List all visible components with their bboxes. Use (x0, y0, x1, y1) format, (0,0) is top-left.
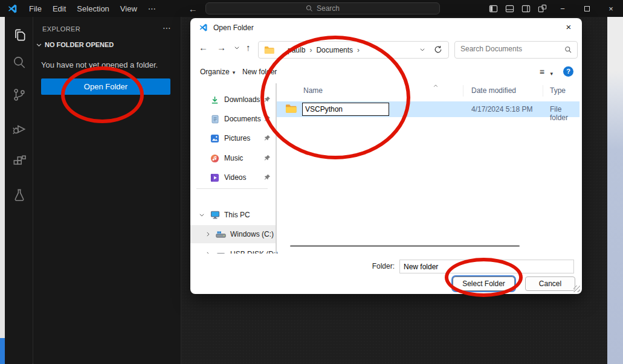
nav-divider (196, 188, 268, 189)
organize-label: Organize (200, 68, 230, 76)
windows-drive-icon (216, 231, 226, 238)
menu-selection[interactable]: Selection (71, 4, 114, 13)
up-button[interactable]: ↑ (246, 42, 251, 53)
history-back-button[interactable]: ← (183, 4, 203, 14)
address-dropdown-icon[interactable] (419, 46, 425, 53)
search-icon (306, 5, 313, 12)
nav-label: Windows (C:) (230, 230, 274, 238)
menu-more[interactable]: ⋯ (143, 4, 161, 13)
resize-grip[interactable] (573, 286, 580, 292)
search-documents-input[interactable] (460, 45, 560, 53)
file-type: File folder (550, 105, 579, 122)
recent-locations-dropdown[interactable] (234, 45, 240, 51)
search-label: Search (317, 4, 340, 13)
dialog-title: Open Folder (213, 24, 254, 32)
column-header-type[interactable]: Type (550, 86, 566, 95)
nav-label: Pictures (224, 134, 250, 142)
nav-label: Downloads (224, 95, 260, 104)
section-label: NO FOLDER OPENED (45, 41, 114, 48)
dialog-titlebar: Open Folder × (190, 18, 582, 37)
run-debug-icon[interactable] (11, 121, 27, 137)
explorer-more-actions[interactable]: ⋯ (163, 23, 171, 33)
pin-icon (264, 135, 271, 141)
chevron-right-icon[interactable] (205, 231, 211, 237)
pin-icon (264, 155, 271, 161)
horizontal-scrollbar[interactable] (290, 245, 520, 247)
view-mode-dropdown-icon[interactable]: ▾ (547, 69, 553, 77)
videos-icon (210, 173, 220, 182)
help-icon[interactable]: ? (563, 66, 573, 77)
vscode-titlebar: File Edit Selection View ⋯ ← → Search − … (0, 0, 623, 17)
chevron-down-icon: ▾ (233, 69, 236, 75)
minimize-button[interactable]: − (550, 4, 575, 13)
nav-label: Music (224, 154, 243, 162)
background-window-blue-corner (0, 338, 5, 364)
nav-item-usb-disk-d[interactable]: USB DISK (D:) (190, 245, 276, 254)
nav-item-windows-c[interactable]: Windows (C:) (190, 225, 276, 243)
menu-edit[interactable]: Edit (47, 4, 71, 13)
background-window-right-edge (607, 17, 623, 364)
search-icon (564, 46, 572, 54)
organize-menu[interactable]: Organize▾ (200, 68, 235, 76)
annotation-ellipse-select-folder (445, 258, 523, 297)
dialog-close-button[interactable]: × (555, 18, 582, 36)
chevron-down-icon[interactable] (199, 212, 205, 218)
annotation-ellipse-file-area (260, 36, 410, 159)
downloads-icon (210, 95, 220, 104)
testing-icon[interactable] (11, 187, 27, 203)
extensions-icon[interactable] (11, 153, 27, 169)
section-no-folder-opened[interactable]: NO FOLDER OPENED (36, 41, 114, 48)
toggle-sidebar-icon[interactable] (485, 4, 502, 13)
toggle-panel-icon[interactable] (502, 4, 518, 13)
documents-icon (210, 115, 220, 124)
maximize-icon (584, 6, 590, 11)
view-mode-icon[interactable]: ≡ (540, 67, 544, 77)
menu-view[interactable]: View (115, 4, 143, 13)
column-header-date-modified[interactable]: Date modified (471, 86, 516, 95)
source-control-icon[interactable] (11, 87, 27, 103)
folder-field-label: Folder: (346, 262, 395, 270)
sort-ascending-icon (433, 83, 439, 89)
close-window-button[interactable]: × (599, 4, 623, 13)
customize-layout-icon[interactable] (534, 4, 550, 13)
toggle-secondary-sidebar-icon[interactable] (518, 4, 534, 13)
column-separator[interactable] (543, 85, 543, 97)
explorer-icon[interactable] (11, 27, 27, 43)
annotation-ellipse-open-folder (61, 66, 144, 123)
column-separator[interactable] (463, 85, 463, 97)
file-date-modified: 4/17/2024 5:18 PM (471, 105, 532, 113)
nav-item-this-pc[interactable]: This PC (190, 206, 276, 224)
pin-icon (264, 174, 271, 180)
maximize-button[interactable] (575, 4, 599, 13)
nav-label: Videos (224, 173, 246, 182)
screenshot-root: File Edit Selection View ⋯ ← → Search − … (0, 0, 623, 364)
folder-icon (264, 46, 274, 54)
back-button[interactable]: ← (199, 42, 208, 53)
command-center-search[interactable]: Search (205, 2, 440, 14)
dialog-search-box[interactable] (454, 41, 578, 59)
background-window-left-edge (0, 14, 5, 364)
activity-bar (5, 17, 33, 364)
vscode-logo-icon (199, 23, 208, 32)
pictures-icon (210, 134, 220, 143)
search-icon[interactable] (11, 54, 27, 70)
nav-label: Documents (224, 115, 261, 123)
forward-button[interactable]: → (217, 42, 226, 53)
cancel-button[interactable]: Cancel (525, 276, 575, 291)
dialog-footer: Folder: Select Folder Cancel (190, 254, 582, 294)
music-icon (210, 154, 220, 163)
nav-item-pictures[interactable]: Pictures (190, 129, 276, 147)
window-controls: − × (485, 0, 623, 17)
menu-file[interactable]: File (24, 4, 47, 13)
nav-item-music[interactable]: Music (190, 149, 276, 167)
vscode-logo-icon (7, 4, 18, 14)
explorer-title: EXPLORER (42, 25, 80, 33)
nav-item-videos[interactable]: Videos (190, 168, 276, 187)
this-pc-icon (210, 211, 220, 219)
nav-label: This PC (224, 211, 250, 219)
refresh-icon[interactable] (434, 45, 442, 54)
chevron-down-icon (36, 42, 42, 48)
